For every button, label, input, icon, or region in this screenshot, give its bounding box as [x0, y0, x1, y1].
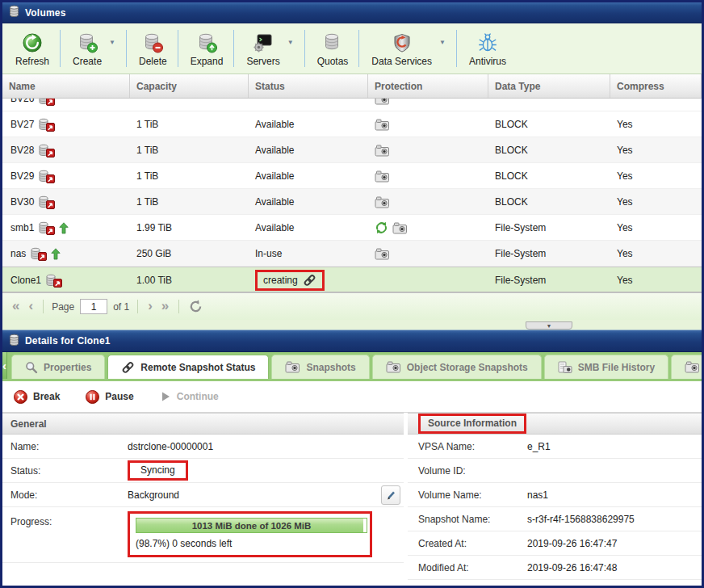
cell-compress: Yes [610, 137, 702, 163]
snapshot-icon [375, 99, 390, 105]
volumes-toolbar: RefreshCreate▼DeleteExpandServers▼Quotas… [2, 23, 702, 74]
break-button[interactable]: Break [14, 390, 60, 404]
chevron-left-icon: ‹ [2, 359, 6, 372]
cell-protection [368, 215, 488, 241]
up-arrow-icon [59, 222, 69, 234]
tab-scroll-left-button[interactable]: ‹ [2, 352, 7, 379]
toolbar-button-data-services[interactable]: Data Services▼ [362, 28, 454, 69]
volume-name: BV26 [10, 99, 34, 104]
progress-bar: 1013 MiB done of 1026 MiB [136, 518, 367, 533]
cell-capacity: 250 GiB [130, 241, 249, 267]
tab-snapshot-polic[interactable]: Snapshot Polic [671, 355, 702, 379]
cell-name: BV30 [2, 189, 130, 215]
cell-capacity: 1 TiB [130, 111, 249, 137]
table-row-smb1[interactable]: smb11.99 TiBAvailableFile-SystemYes [2, 215, 702, 241]
tab-remote-snapshot-status[interactable]: Remote Snapshot Status [107, 355, 269, 379]
cell-compress: Yes [610, 189, 702, 215]
splitter-strip: ▼ [2, 320, 702, 330]
refresh-grid-button[interactable] [189, 300, 203, 313]
cell-name: nas [2, 241, 130, 267]
toolbar-button-antivirus[interactable]: Antivirus [459, 28, 514, 69]
toolbar-button-create[interactable]: Create▼ [63, 28, 124, 69]
prev-page-button[interactable]: ‹ [27, 299, 35, 315]
cell-protection [368, 111, 488, 137]
chevron-down-icon[interactable]: ▼ [109, 39, 115, 46]
toolbar-button-servers[interactable]: Servers▼ [237, 28, 301, 69]
table-row-nas[interactable]: nas250 GiBIn-useFile-SystemYes [2, 241, 702, 267]
field-value: dstrclone-00000001 [128, 441, 213, 452]
servers-icon [252, 32, 274, 54]
field-label: Created At: [408, 538, 527, 549]
chevron-down-icon[interactable]: ▼ [439, 39, 446, 46]
cell-capacity: 1 TiB [130, 163, 249, 189]
toolbar-divider [126, 30, 127, 67]
tab-smb-file-history[interactable]: SMB File History [544, 355, 668, 379]
toolbar-button-label: Data Services [371, 56, 432, 67]
field-label: Snapshot Name: [408, 514, 527, 525]
toolbar-button-expand[interactable]: Expand [181, 28, 232, 69]
toolbar-divider [178, 30, 178, 67]
field-label: VPSA Name: [408, 441, 527, 452]
details-panel-title: Details for Clone1 [25, 335, 111, 346]
camera-icon [685, 361, 700, 373]
column-header-data-type[interactable]: Data Type [488, 74, 610, 98]
tab-object-storage-snapshots[interactable]: Object Storage Snapshots [372, 355, 542, 379]
volume-name: nas [10, 248, 26, 259]
chevron-down-icon[interactable]: ▼ [287, 39, 294, 46]
edit-mode-button[interactable] [381, 485, 400, 505]
cell-protection [368, 99, 488, 111]
next-page-button[interactable]: › [146, 299, 154, 315]
cell-name: smb1 [2, 215, 130, 241]
last-page-button[interactable]: » [160, 299, 170, 315]
source-field-created-at: Created At:2019-09-26 16:47:47 [408, 531, 702, 556]
column-header-protection[interactable]: Protection [368, 74, 488, 98]
cell-protection [368, 163, 488, 189]
volume-name: smb1 [10, 222, 34, 233]
toolbar-button-delete[interactable]: Delete [129, 28, 175, 69]
general-field-name: Name:dstrclone-00000001 [2, 435, 404, 459]
tab-properties[interactable]: Properties [11, 355, 105, 379]
toolbar-button-body: Create [73, 32, 102, 67]
table-row-bv26[interactable]: BV26 [2, 99, 702, 111]
toolbar-divider [358, 30, 359, 67]
table-row-clone1[interactable]: Clone11.00 TiBcreatingFile-SystemYes [2, 267, 702, 292]
tab-snapshots[interactable]: Snapshots [271, 355, 369, 379]
toolbar-button-quotas[interactable]: Quotas [308, 28, 357, 69]
table-row-bv27[interactable]: BV271 TiBAvailableBLOCKYes [2, 111, 702, 137]
page-label: Page [52, 301, 74, 313]
link-icon [121, 361, 135, 374]
field-label: Modified At: [408, 562, 527, 573]
column-header-status[interactable]: Status [249, 74, 368, 98]
column-header-compress[interactable]: Compress [610, 74, 702, 98]
column-header-capacity[interactable]: Capacity [130, 74, 249, 98]
general-section-title: General [10, 418, 47, 430]
source-field-volume-id: Volume ID: [408, 459, 702, 483]
details-titlebar: Details for Clone1 [2, 330, 702, 352]
first-page-button[interactable]: « [10, 299, 21, 315]
file-camera-icon [558, 361, 572, 374]
progress-status-text: (98.7%) 0 seconds left [136, 538, 364, 549]
collapse-arrow-icon: ▼ [547, 323, 552, 329]
table-header: NameCapacityStatusProtectionData TypeCom… [2, 74, 702, 99]
column-header-name[interactable]: Name [2, 74, 130, 98]
toolbar-divider [456, 30, 457, 67]
general-fields: Name:dstrclone-00000001Status:SyncingMod… [2, 435, 404, 563]
snapshot-icon [375, 196, 390, 208]
field-label: Volume ID: [408, 465, 527, 477]
db-remove-icon [141, 32, 164, 54]
table-row-bv28[interactable]: BV281 TiBAvailableBLOCKYes [2, 137, 702, 163]
cell-name: BV28 [2, 137, 130, 163]
pause-button[interactable]: Pause [86, 390, 133, 404]
table-row-bv30[interactable]: BV301 TiBAvailableBLOCKYes [2, 189, 702, 215]
continue-icon [160, 391, 171, 402]
toolbar-button-refresh[interactable]: Refresh [6, 28, 57, 69]
volume-name: BV28 [10, 145, 34, 156]
table-row-bv29[interactable]: BV291 TiBAvailableBLOCKYes [2, 163, 702, 189]
splitter-handle[interactable]: ▼ [526, 321, 572, 330]
general-section-header: General [2, 413, 404, 435]
page-input[interactable] [80, 299, 107, 314]
source-field-snapshot-name: Snapshot Name:s-r3f-r4f-1568838629975 [408, 507, 702, 531]
database-icon [9, 5, 19, 20]
progress-annotation-box: 1013 MiB done of 1026 MiB(98.7%) 0 secon… [128, 511, 372, 557]
toolbar-divider [304, 30, 305, 67]
